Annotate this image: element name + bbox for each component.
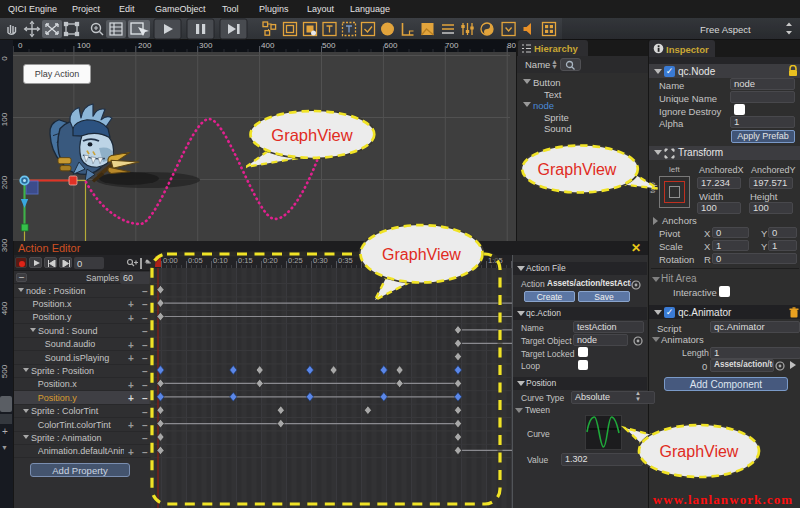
svg-text:GraphView: GraphView — [538, 161, 617, 178]
svg-text:GraphView: GraphView — [382, 246, 461, 263]
svg-text:GraphView: GraphView — [271, 126, 352, 144]
svg-text:GraphView: GraphView — [660, 443, 739, 460]
svg-text:Free Aspect: Free Aspect — [700, 24, 751, 35]
svg-text:GM: GM — [383, 27, 393, 33]
